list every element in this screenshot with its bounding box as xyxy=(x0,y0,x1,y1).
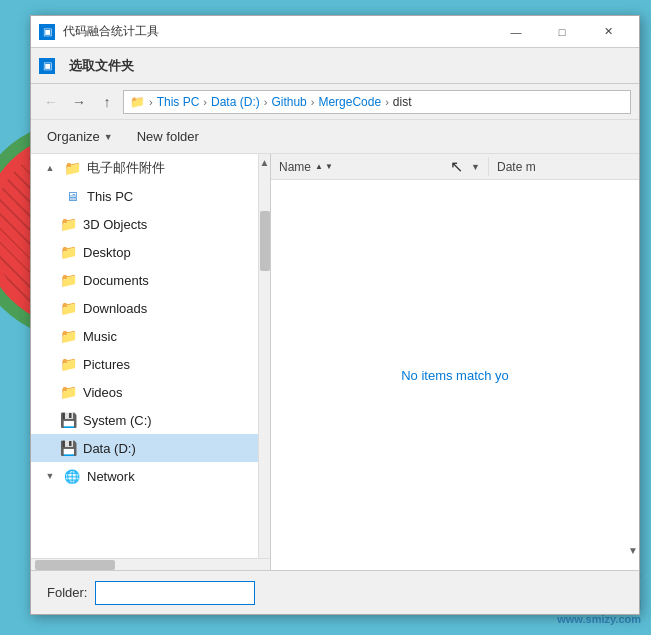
breadcrumb-data-d[interactable]: Data (D:) xyxy=(211,95,260,109)
cursor-indicator: ↖ xyxy=(450,157,463,176)
tree-item-videos[interactable]: 📁 Videos xyxy=(31,378,258,406)
tree-item-3d-objects[interactable]: 📁 3D Objects xyxy=(31,210,258,238)
folder-field-label: Folder: xyxy=(47,585,87,600)
file-list: No items match yo xyxy=(271,180,639,570)
h-scroll-thumb[interactable] xyxy=(35,560,115,570)
tree-item-desktop[interactable]: 📁 Desktop xyxy=(31,238,258,266)
new-folder-label: New folder xyxy=(137,129,199,144)
folder-desktop-icon: 📁 xyxy=(59,244,77,260)
forward-button[interactable]: → xyxy=(67,90,91,114)
tree-item-music[interactable]: 📁 Music xyxy=(31,322,258,350)
folder-pictures-icon: 📁 xyxy=(59,356,77,372)
tree-item-system-c[interactable]: 💾 System (C:) xyxy=(31,406,258,434)
expand-icon xyxy=(43,189,57,203)
folder-downloads-icon: 📁 xyxy=(59,300,77,316)
navigation-toolbar: ← → ↑ 📁 › This PC › Data (D:) › Github ›… xyxy=(31,84,639,120)
breadcrumb-this-pc[interactable]: This PC xyxy=(157,95,200,109)
tree-label-videos: Videos xyxy=(83,385,123,400)
left-panel: ▲ 📁 电子邮件附件 🖥 This PC 📁 3D Objects xyxy=(31,154,271,570)
breadcrumb-dist: dist xyxy=(393,95,412,109)
sort-asc-icon: ▲ xyxy=(315,162,323,171)
organize-button[interactable]: Organize ▼ xyxy=(39,125,121,149)
folder-music-icon: 📁 xyxy=(59,328,77,344)
scroll-thumb[interactable] xyxy=(260,211,270,271)
tree-item-network[interactable]: ▼ 🌐 Network xyxy=(31,462,258,490)
tree-label-pictures: Pictures xyxy=(83,357,130,372)
tree-item-documents[interactable]: 📁 Documents xyxy=(31,266,258,294)
tree-label-3d: 3D Objects xyxy=(83,217,147,232)
tree-view[interactable]: ▲ 📁 电子邮件附件 🖥 This PC 📁 3D Objects xyxy=(31,154,258,558)
address-label-bar: ▣ 选取文件夹 xyxy=(31,48,639,84)
tree-item-data-d[interactable]: 💾 Data (D:) xyxy=(31,434,258,462)
expand-icon: ▲ xyxy=(43,161,57,175)
folder-docs-icon: 📁 xyxy=(59,272,77,288)
organize-arrow-icon: ▼ xyxy=(104,132,113,142)
drive-d-icon: 💾 xyxy=(59,440,77,456)
minimize-button[interactable]: — xyxy=(493,16,539,48)
close-button[interactable]: ✕ xyxy=(585,16,631,48)
window-title: 代码融合统计工具 xyxy=(63,23,493,40)
tree-label-documents: Documents xyxy=(83,273,149,288)
scroll-up-arrow[interactable]: ▲ xyxy=(259,154,270,170)
organize-label: Organize xyxy=(47,129,100,144)
tree-label-network: Network xyxy=(87,469,135,484)
file-toolbar: Organize ▼ New folder xyxy=(31,120,639,154)
no-items-message: No items match yo xyxy=(401,368,509,383)
bottom-bar: Folder: xyxy=(31,570,639,614)
dialog-icon: ▣ xyxy=(39,58,55,74)
tree-vertical-scrollbar[interactable]: ▲ ▼ xyxy=(258,154,270,558)
drive-c-icon: 💾 xyxy=(59,412,77,428)
right-panel: Name ▲ ▼ ↖ ▼ Date m No items match yo xyxy=(271,154,639,570)
column-header-row: Name ▲ ▼ ↖ ▼ Date m xyxy=(271,154,639,180)
file-dialog: ▣ 代码融合统计工具 — □ ✕ ▣ 选取文件夹 ← → ↑ 📁 › This … xyxy=(30,15,640,615)
tree-item-pictures[interactable]: 📁 Pictures xyxy=(31,350,258,378)
tree-label-system-c: System (C:) xyxy=(83,413,152,428)
col-date-label: Date m xyxy=(497,160,536,174)
col-name-label: Name xyxy=(279,160,311,174)
breadcrumb-folder-icon: 📁 xyxy=(130,95,145,109)
tree-label-downloads: Downloads xyxy=(83,301,147,316)
breadcrumb-mergecode[interactable]: MergeCode xyxy=(318,95,381,109)
folder-videos-icon: 📁 xyxy=(59,384,77,400)
tree-label-this-pc: This PC xyxy=(87,189,133,204)
tree-item-this-pc[interactable]: 🖥 This PC xyxy=(31,182,258,210)
column-name-header[interactable]: Name ▲ ▼ ↖ ▼ xyxy=(271,157,489,176)
tree-horizontal-scrollbar[interactable] xyxy=(31,558,270,570)
window-controls: — □ ✕ xyxy=(493,16,631,48)
left-panel-row: ▲ 📁 电子邮件附件 🖥 This PC 📁 3D Objects xyxy=(31,154,270,558)
folder-3d-icon: 📁 xyxy=(59,216,77,232)
title-bar: ▣ 代码融合统计工具 — □ ✕ xyxy=(31,16,639,48)
breadcrumb-bar: 📁 › This PC › Data (D:) › Github › Merge… xyxy=(123,90,631,114)
pc-icon: 🖥 xyxy=(63,188,81,204)
content-area: ▲ 📁 电子邮件附件 🖥 This PC 📁 3D Objects xyxy=(31,154,639,570)
expand-icon-network: ▼ xyxy=(43,469,57,483)
col-dropdown-icon[interactable]: ▼ xyxy=(471,162,480,172)
back-button[interactable]: ← xyxy=(39,90,63,114)
tree-item-downloads[interactable]: 📁 Downloads xyxy=(31,294,258,322)
breadcrumb-github[interactable]: Github xyxy=(271,95,306,109)
sort-desc-icon: ▼ xyxy=(325,162,333,171)
up-button[interactable]: ↑ xyxy=(95,90,119,114)
app-icon: ▣ xyxy=(39,24,55,40)
folder-icon: 📁 xyxy=(63,160,81,176)
tree-label-desktop: Desktop xyxy=(83,245,131,260)
folder-input[interactable] xyxy=(95,581,255,605)
tree-label-data-d: Data (D:) xyxy=(83,441,136,456)
tree-label-email: 电子邮件附件 xyxy=(87,159,165,177)
tree-item-email-attachments[interactable]: ▲ 📁 电子邮件附件 xyxy=(31,154,258,182)
network-icon: 🌐 xyxy=(63,468,81,484)
tree-label-music: Music xyxy=(83,329,117,344)
dialog-title-label: 选取文件夹 xyxy=(69,57,134,75)
column-date-header[interactable]: Date m xyxy=(489,160,639,174)
new-folder-button[interactable]: New folder xyxy=(129,125,207,149)
maximize-button[interactable]: □ xyxy=(539,16,585,48)
